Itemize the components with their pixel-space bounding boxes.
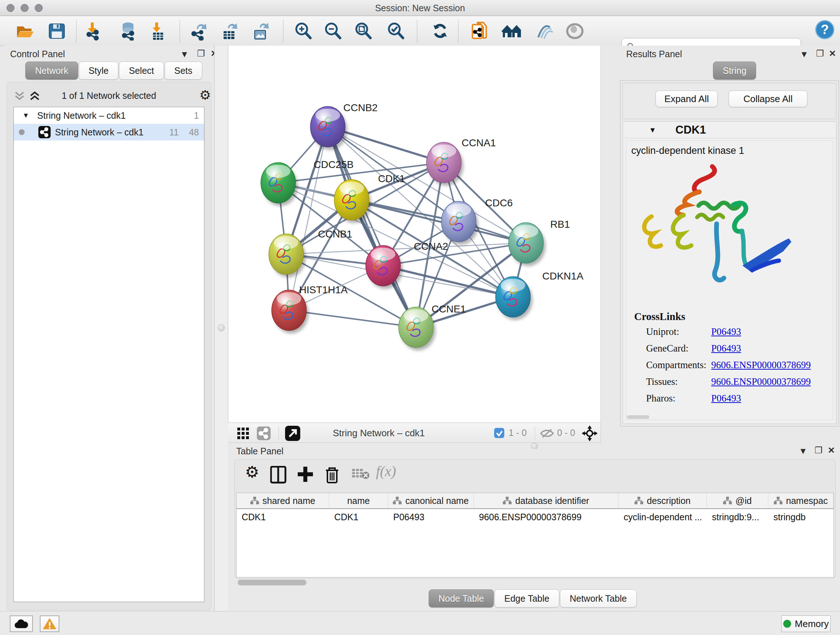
selected-count-text: 1 - 0 <box>508 428 527 438</box>
network-node-CDC6[interactable] <box>441 201 478 245</box>
table-hscrollbar-thumb[interactable] <box>238 580 306 585</box>
statusbar-separator <box>535 426 535 440</box>
table-cell[interactable]: stringdb:9... <box>707 509 768 526</box>
network-node-CCNB2[interactable] <box>310 106 347 150</box>
table-gear-icon[interactable]: ⚙ <box>243 462 262 481</box>
table-cell[interactable]: CDK1 <box>329 509 388 526</box>
tab-network-table[interactable]: Network Table <box>560 589 637 608</box>
results-panel-close-icon[interactable]: ✕ <box>829 49 836 59</box>
collapse-all-button[interactable]: Collapse All <box>729 90 807 107</box>
column-header-canonical-name[interactable]: canonical name <box>388 493 474 508</box>
table-panel-float-icon[interactable]: ❐ <box>815 445 823 455</box>
crosslink-link[interactable]: P06493 <box>711 326 741 337</box>
tab-sets[interactable]: Sets <box>164 62 202 80</box>
network-collection-row[interactable]: ▼ String Network – cdk1 1 <box>14 107 204 124</box>
results-panel-float-icon[interactable]: ❐ <box>816 49 824 59</box>
network-row[interactable]: String Network – cdk1 11 48 <box>14 124 204 141</box>
home-icon[interactable] <box>501 21 521 41</box>
network-node-CCNA1[interactable] <box>426 142 463 186</box>
network-node-RB1[interactable] <box>508 223 546 266</box>
zoom-out-icon[interactable] <box>324 21 343 41</box>
table-cell[interactable]: cyclin-dependent ... <box>619 509 707 526</box>
export-image-icon[interactable] <box>251 21 271 41</box>
results-panel-title: Results Panel <box>626 49 682 59</box>
network-options-gear-icon[interactable]: ⚙ <box>199 88 211 103</box>
column-header-@id[interactable]: @id <box>707 493 768 508</box>
import-table-file-icon[interactable] <box>148 21 168 41</box>
network-node-CCNB1[interactable] <box>269 234 306 277</box>
network-edge[interactable] <box>289 127 328 310</box>
refresh-icon[interactable] <box>431 21 450 41</box>
import-network-file-icon[interactable] <box>84 21 103 41</box>
table-row[interactable]: CDK1CDK1P064939606.ENSP00000378699cyclin… <box>237 509 834 526</box>
birdseye-icon[interactable] <box>565 21 584 41</box>
crosslink-link[interactable]: 9606.ENSP00000378699 <box>711 376 811 387</box>
tab-node-table[interactable]: Node Table <box>429 589 494 608</box>
tab-style[interactable]: Style <box>79 62 118 80</box>
export-table-icon[interactable] <box>220 21 240 41</box>
crosslink-link[interactable]: 9606.ENSP00000378699 <box>711 359 811 371</box>
control-panel-menu-icon[interactable]: ▼ <box>180 49 189 59</box>
zoom-fit-icon[interactable] <box>354 21 373 41</box>
export-network-icon[interactable] <box>189 21 209 41</box>
table-cell[interactable]: stringdb <box>768 509 834 526</box>
column-header-database-identifier[interactable]: database identifier <box>474 493 619 508</box>
save-session-icon[interactable] <box>47 21 66 41</box>
open-session-icon[interactable] <box>15 21 35 41</box>
zoom-selected-icon[interactable] <box>386 21 406 41</box>
birdseye-toggle-icon[interactable] <box>582 425 598 441</box>
table-panel-menu-icon[interactable]: ▼ <box>799 446 807 456</box>
table-cell[interactable]: P06493 <box>388 509 474 526</box>
column-header-namespac[interactable]: namespac <box>768 493 834 508</box>
network-graph[interactable]: CCNB2CCNA1CDC25BCDK1CDC6RB1CCNB1CCNA2CDK… <box>228 46 601 423</box>
column-header-name[interactable]: name <box>329 493 388 508</box>
gene-section-header[interactable]: ▼ CDK1 <box>623 122 836 138</box>
gene-collapse-icon[interactable]: ▼ <box>649 126 656 134</box>
network-canvas[interactable]: CCNB2CCNA1CDC25BCDK1CDC6RB1CCNB1CCNA2CDK… <box>228 46 600 423</box>
network-view-type-icon[interactable] <box>257 426 271 440</box>
network-edges[interactable] <box>278 127 526 327</box>
column-header-label: description <box>647 496 691 506</box>
network-node-CCNA2[interactable] <box>366 245 403 289</box>
zoom-in-icon[interactable] <box>294 21 313 41</box>
hide-graphics-icon[interactable] <box>535 21 554 41</box>
left-splitter-handle[interactable] <box>218 325 225 331</box>
network-node-CDK1[interactable] <box>334 180 371 223</box>
warnings-button[interactable] <box>40 616 59 632</box>
network-node-CDKN1A[interactable] <box>496 277 532 320</box>
detach-view-icon[interactable] <box>285 426 300 441</box>
tab-select[interactable]: Select <box>119 62 164 80</box>
results-hscrollbar[interactable] <box>627 415 649 419</box>
help-icon[interactable]: ? <box>815 20 834 40</box>
results-panel-menu-icon[interactable]: ▼ <box>800 49 808 59</box>
table-cell[interactable]: CDK1 <box>237 509 329 526</box>
delete-column-icon[interactable] <box>325 466 343 485</box>
tab-string[interactable]: String <box>713 62 756 80</box>
left-splitter[interactable] <box>214 46 228 611</box>
crosslink-link[interactable]: P06493 <box>711 393 741 404</box>
expand-all-button[interactable]: Expand All <box>655 90 718 107</box>
memory-button[interactable]: Memory <box>782 616 831 632</box>
show-columns-icon[interactable] <box>270 466 289 485</box>
crosslink-link[interactable]: P06493 <box>711 343 741 354</box>
table-cell[interactable]: 9606.ENSP00000378699 <box>474 509 619 526</box>
column-header-label: namespac <box>786 496 828 506</box>
network-node-CCNE1[interactable] <box>399 307 436 350</box>
cloud-button[interactable] <box>10 616 33 632</box>
network-node-HIST1H1A[interactable] <box>272 290 309 333</box>
add-column-icon[interactable] <box>297 466 316 485</box>
column-header-description[interactable]: description <box>619 493 707 508</box>
network-node-CDC25B[interactable] <box>261 163 298 206</box>
selected-checkbox-icon[interactable] <box>494 428 504 438</box>
table-panel-close-icon[interactable]: ✕ <box>828 445 835 455</box>
column-header-shared-name[interactable]: shared name <box>237 493 329 508</box>
control-panel-float-icon[interactable]: ❐ <box>197 49 205 59</box>
network-edge[interactable] <box>328 127 416 327</box>
tab-network[interactable]: Network <box>25 62 78 80</box>
tab-edge-table[interactable]: Edge Table <box>494 589 559 608</box>
import-network-database-icon[interactable] <box>118 21 138 41</box>
grid-view-icon[interactable] <box>237 428 250 439</box>
horizontal-splitter[interactable] <box>228 443 840 449</box>
network-from-file-icon[interactable] <box>470 21 490 41</box>
collection-expand-icon[interactable]: ▼ <box>22 111 29 119</box>
